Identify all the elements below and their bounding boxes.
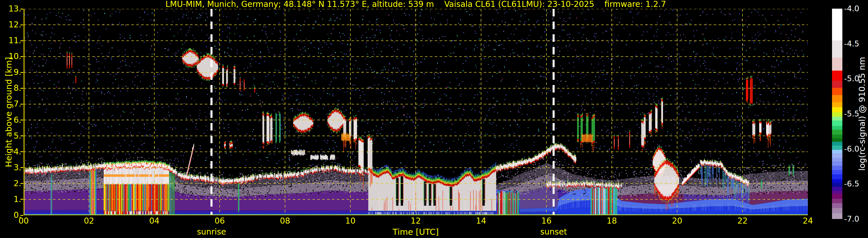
sunset-annotation: sunset	[540, 227, 567, 237]
x-axis-label: Time [UTC]	[393, 227, 439, 237]
colorbar-band	[832, 203, 842, 208]
colorbar-band	[832, 179, 842, 183]
colorbar-band	[832, 81, 842, 88]
x-tick-label: 12	[410, 216, 421, 226]
y-tick-mark	[21, 40, 23, 41]
x-tick-label: 18	[607, 216, 617, 226]
y-tick-label: 11.	[0, 36, 21, 46]
colorbar-band	[832, 166, 842, 170]
y-tick-label: 1.	[0, 195, 21, 204]
x-tick-label: 02	[84, 216, 94, 226]
y-tick-label: 8.	[0, 83, 21, 93]
x-tick-label: 06	[215, 216, 225, 226]
y-tick-mark	[21, 167, 23, 168]
colorbar-band	[832, 58, 842, 70]
y-tick-mark	[21, 199, 23, 200]
colorbar-band	[832, 40, 842, 58]
x-tick-label: 22	[737, 216, 748, 226]
y-tick-label: 7.	[0, 99, 21, 109]
colorbar-band	[832, 208, 842, 213]
colorbar-band	[832, 107, 842, 112]
colorbar-band	[832, 191, 842, 194]
colorbar-band	[832, 95, 842, 102]
colorbar-tick-label: -4.0	[844, 4, 859, 13]
colorbar-band	[832, 135, 842, 138]
colorbar-band	[832, 117, 842, 120]
y-tick-mark	[21, 183, 23, 184]
colorbar-band	[832, 194, 842, 199]
y-tick-label: 4.	[0, 147, 21, 157]
colorbar	[832, 9, 842, 219]
colorbar-band	[832, 158, 842, 161]
colorbar-band	[832, 146, 842, 150]
colorbar-band	[832, 120, 842, 126]
y-tick-mark	[21, 215, 23, 216]
colorbar-band	[832, 70, 842, 81]
figure-title: LMU-MIM, Munich, Germany; 48.148° N 11.5…	[24, 0, 808, 9]
ceilometer-quicklook-figure: LMU-MIM, Munich, Germany; 48.148° N 11.5…	[0, 0, 868, 238]
y-tick-label: 13.	[0, 4, 21, 14]
x-tick-label: 14	[476, 216, 486, 226]
colorbar-tick-label: -4.5	[844, 39, 859, 49]
plot-area	[24, 9, 808, 215]
colorbar-band	[832, 199, 842, 203]
colorbar-band	[832, 213, 842, 219]
colorbar-band	[832, 153, 842, 158]
colorbar-band	[832, 150, 842, 153]
colorbar-tick-label: -6.5	[844, 179, 859, 189]
y-tick-label: 2.	[0, 179, 21, 188]
x-tick-label: 04	[149, 216, 159, 226]
y-tick-mark	[21, 88, 23, 89]
colorbar-band	[832, 9, 842, 40]
y-tick-label: 9.	[0, 67, 21, 77]
y-tick-mark	[21, 120, 23, 120]
colorbar-band	[832, 102, 842, 107]
y-tick-mark	[21, 104, 23, 105]
y-tick-mark	[21, 56, 23, 57]
y-tick-label: 5.	[0, 131, 21, 141]
y-tick-label: 0.	[0, 210, 21, 220]
y-tick-mark	[21, 136, 23, 136]
y-tick-mark	[21, 25, 23, 25]
colorbar-band	[832, 187, 842, 191]
colorbar-band	[832, 183, 842, 187]
colorbar-band	[832, 170, 842, 174]
x-tick-label: 10	[345, 216, 355, 226]
colorbar-band	[832, 88, 842, 95]
colorbar-band	[832, 126, 842, 130]
colorbar-band	[832, 138, 842, 142]
colorbar-band	[832, 174, 842, 179]
colorbar-band	[832, 112, 842, 117]
x-tick-label: 24	[803, 216, 813, 226]
y-tick-label: 12.	[0, 20, 21, 30]
colorbar-label: log(rc-signal) @ 910.55 nm	[857, 57, 867, 171]
y-tick-label: 6.	[0, 115, 21, 125]
y-tick-label: 10.	[0, 52, 21, 61]
sunrise-annotation: sunrise	[197, 227, 226, 237]
x-tick-label: 16	[541, 216, 552, 226]
y-tick-mark	[21, 9, 23, 9]
y-tick-mark	[21, 72, 23, 73]
y-tick-label: 3.	[0, 163, 21, 173]
x-tick-label: 20	[672, 216, 682, 226]
heatmap-canvas	[24, 9, 808, 215]
colorbar-band	[832, 142, 842, 146]
x-tick-label: 08	[280, 216, 290, 226]
x-tick-label: 00	[19, 216, 29, 226]
colorbar-tick-label: -7.0	[844, 214, 859, 224]
y-tick-mark	[21, 151, 23, 152]
colorbar-band	[832, 161, 842, 166]
colorbar-band	[832, 130, 842, 135]
